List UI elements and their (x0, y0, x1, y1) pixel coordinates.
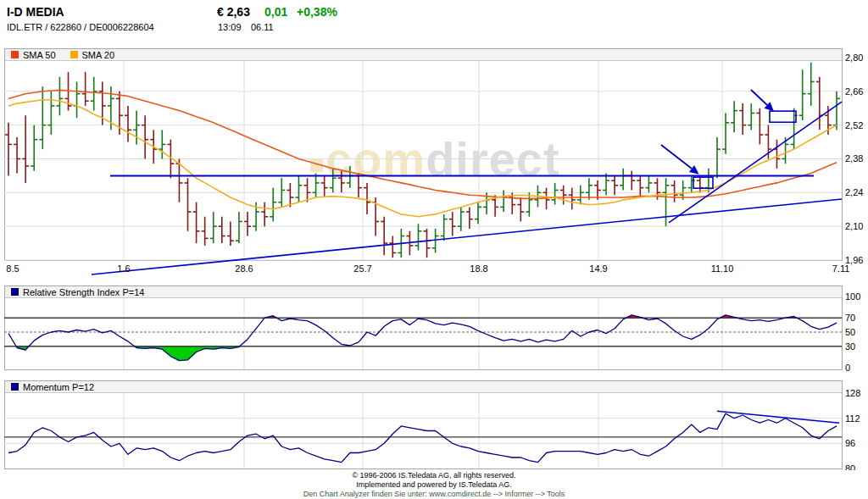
quote-date: 06.11 (251, 22, 274, 32)
quote-time: 13:09 (218, 22, 242, 32)
svg-text:0: 0 (845, 363, 850, 371)
svg-text:28.6: 28.6 (235, 263, 253, 274)
stock-chart-page: I-D MEDIA IDL.ETR / 622860 / DE000622860… (0, 0, 868, 499)
momentum-chart-svg: 1281129680 (0, 380, 868, 470)
svg-text:14.9: 14.9 (589, 263, 607, 274)
svg-text:11.10: 11.10 (711, 263, 734, 274)
svg-text:112: 112 (845, 413, 860, 424)
footer-line1: © 1996-2006 IS.Teledata AG, all rights r… (0, 471, 868, 480)
price-change-percent: +0,38% (297, 5, 337, 19)
svg-text:50: 50 (845, 327, 855, 337)
svg-text:2,52: 2,52 (845, 120, 863, 130)
svg-text:18.8: 18.8 (470, 263, 487, 274)
svg-text:96: 96 (845, 438, 855, 448)
svg-text:2,38: 2,38 (845, 153, 863, 164)
svg-text:30: 30 (845, 341, 855, 352)
svg-text:8.5: 8.5 (6, 263, 19, 274)
svg-text:100: 100 (845, 291, 860, 302)
footer-line2: Implemented and powered by IS.Teledata A… (0, 480, 868, 490)
main-chart-svg: 2,802,662,522,382,242,101,968.51.628.625… (0, 47, 868, 285)
footer-line3: Den Chart Analyzer finden Sie unter: www… (0, 490, 868, 499)
svg-text:128: 128 (845, 388, 860, 398)
footer-copyright: © 1996-2006 IS.Teledata AG, all rights r… (0, 471, 868, 499)
svg-text:2,66: 2,66 (845, 86, 863, 97)
svg-text:70: 70 (845, 313, 855, 323)
svg-text:2,24: 2,24 (845, 187, 863, 197)
instrument-identifiers: IDL.ETR / 622860 / DE0006228604 (7, 22, 154, 32)
last-price: € 2,63 (217, 5, 250, 19)
svg-text:7.11: 7.11 (832, 263, 850, 274)
price-change-absolute: 0,01 (264, 5, 287, 19)
svg-text:80: 80 (845, 463, 855, 470)
instrument-name: I-D MEDIA (7, 5, 64, 19)
svg-text:2,80: 2,80 (845, 53, 863, 63)
svg-text:1.6: 1.6 (117, 263, 130, 274)
svg-text:25.7: 25.7 (353, 263, 371, 274)
rsi-chart-svg: 1007050300 (0, 285, 868, 371)
svg-text:2,10: 2,10 (845, 221, 863, 231)
